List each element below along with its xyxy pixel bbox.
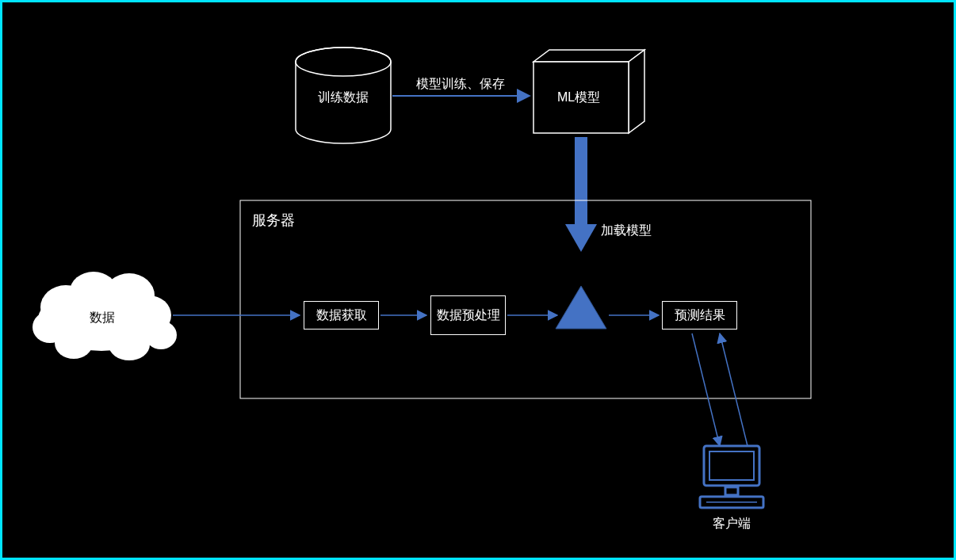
server-container-box	[240, 200, 811, 398]
arrow-load-model	[565, 137, 597, 252]
svg-point-13	[145, 321, 177, 349]
edge-load-model-label: 加载模型	[601, 223, 652, 239]
data-cloud-label: 数据	[90, 310, 115, 326]
svg-marker-2	[533, 50, 644, 62]
predict-result-box: 预测结果	[662, 301, 737, 330]
svg-marker-3	[629, 50, 644, 133]
svg-point-8	[40, 285, 91, 330]
svg-point-12	[33, 311, 67, 343]
data-preprocess-box: 数据预处理	[430, 295, 506, 335]
client-label: 客户端	[713, 516, 751, 532]
svg-rect-17	[709, 451, 754, 480]
svg-marker-6	[565, 224, 597, 252]
svg-point-14	[55, 327, 93, 359]
arrow-client-to-result	[720, 333, 748, 446]
edge-train-save-label: 模型训练、保存	[416, 76, 505, 93]
training-data-label: 训练数据	[318, 90, 369, 106]
ml-model-label: ML模型	[557, 90, 600, 106]
server-container-label: 服务器	[252, 211, 295, 230]
client-computer-icon	[700, 446, 763, 508]
arrow-result-to-client	[692, 333, 720, 446]
svg-point-0	[296, 48, 391, 76]
triangle-icon	[556, 286, 606, 329]
data-acquire-box: 数据获取	[304, 301, 379, 330]
svg-point-9	[70, 272, 117, 311]
svg-rect-5	[575, 137, 587, 224]
svg-point-1	[296, 48, 391, 76]
svg-point-11	[127, 295, 171, 335]
diagram-frame: 训练数据 ML模型 模型训练、保存 加载模型 服务器 数据 数据获取 数据预处理…	[0, 0, 956, 560]
svg-rect-19	[700, 497, 763, 508]
svg-rect-16	[704, 446, 759, 486]
svg-point-15	[109, 329, 150, 360]
svg-rect-18	[725, 487, 738, 495]
